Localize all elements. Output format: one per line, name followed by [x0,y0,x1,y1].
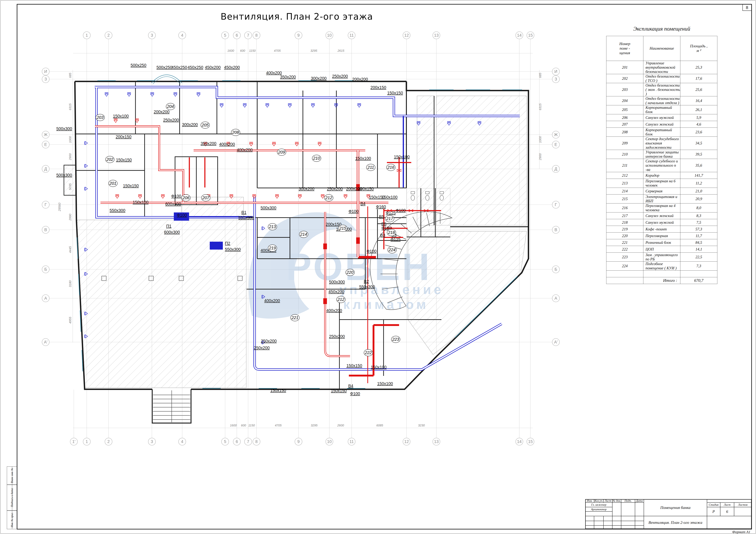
svg-text:685: 685 [68,72,72,78]
svg-text:13: 13 [434,33,439,38]
svg-text:209: 209 [278,150,285,154]
svg-text:11: 11 [349,33,354,38]
room-bubble: 206 [181,195,190,201]
svg-text:450x250: 450x250 [171,65,187,70]
room-bubble: 216 [387,164,395,171]
svg-text:7: 7 [247,33,249,38]
svg-text:150x100: 150x100 [113,114,129,119]
svg-text:150x100: 150x100 [394,155,410,159]
svg-text:150x150: 150x150 [331,388,347,393]
svg-text:Ф160: Ф160 [376,204,386,209]
staircase [153,390,190,422]
svg-text:250x200: 250x200 [261,339,277,343]
svg-text:150x150: 150x150 [270,388,286,393]
svg-text:204: 204 [167,104,174,109]
svg-text:400x200: 400x200 [237,147,253,152]
svg-text:400x200: 400x200 [326,308,342,313]
svg-text:200x150: 200x150 [370,85,386,90]
svg-text:Е: Е [44,142,47,147]
room-bubble: 222 [364,349,373,356]
room-bubble: 204 [166,103,175,110]
svg-text:10: 10 [327,439,332,444]
svg-text:З: З [554,77,557,81]
svg-text:500x300: 500x300 [329,280,345,284]
svg-text:И: И [44,69,47,74]
svg-text:212: 212 [325,196,332,200]
svg-text:150x100: 150x100 [371,365,387,369]
dimensions-bottom: 1600600 11504705 32952600 60853230 [230,424,425,427]
svg-text:9: 9 [297,439,300,444]
room-bubble: 214 [299,231,308,238]
svg-text:150x150: 150x150 [387,91,403,95]
room-bubble: 208 [231,129,240,136]
svg-text:600: 600 [240,49,245,52]
svg-text:Ф100: Ф100 [171,194,181,199]
svg-text:15: 15 [528,439,533,444]
svg-text:150x100: 150x100 [377,381,393,386]
svg-text:202: 202 [106,157,113,162]
svg-text:Е: Е [554,142,557,147]
svg-text:Д: Д [44,167,47,171]
svg-text:12: 12 [404,33,409,38]
svg-text:5: 5 [224,439,226,444]
svg-text:4: 4 [181,439,183,444]
svg-text:203: 203 [96,115,103,120]
svg-text:216: 216 [387,165,394,170]
floor-plan: 12 34 56 78 910 1112 1314 15 1'1 23 45 6… [0,0,756,534]
room-bubble: 215 [338,225,347,232]
svg-text:6315: 6315 [538,103,542,110]
svg-text:В2: В2 [364,279,369,284]
svg-text:Ф100: Ф100 [366,249,377,254]
svg-text:1': 1' [72,439,75,444]
svg-text:250x200: 250x200 [327,187,343,191]
svg-text:Ж: Ж [554,132,558,137]
svg-text:200x150: 200x150 [358,187,374,191]
svg-text:211: 211 [367,165,374,170]
svg-text:210: 210 [313,156,320,161]
svg-text:450x250: 450x250 [187,65,203,70]
room-bubble: 205 [201,122,210,128]
svg-text:1000: 1000 [68,136,72,143]
svg-text:250x200: 250x200 [163,118,179,122]
room-bubble: 210 [312,155,321,162]
svg-text:5: 5 [224,33,226,38]
svg-text:300x200: 300x200 [311,76,327,81]
svg-text:Ф100: Ф100 [350,391,360,396]
svg-text:150x150: 150x150 [346,363,362,368]
svg-text:205: 205 [202,123,209,127]
svg-text:250x200: 250x200 [329,334,345,339]
room-bubble: 207 [202,195,210,201]
svg-text:4705: 4705 [274,49,281,52]
svg-text:А': А' [44,340,47,344]
svg-text:2600: 2600 [337,424,344,427]
svg-text:207: 207 [202,196,209,200]
svg-text:1600: 1600 [228,49,234,52]
room-bubble: 217 [385,215,394,222]
svg-text:8: 8 [255,33,257,38]
room-bubble: 201 [109,180,117,187]
svg-text:550x300: 550x300 [110,208,125,213]
svg-text:200x150: 200x150 [116,135,131,139]
svg-text:14: 14 [517,439,522,444]
svg-text:218: 218 [388,230,395,235]
room-bubble: 212 [337,296,345,303]
svg-text:201: 201 [109,181,116,186]
svg-text:350x200: 350x200 [201,141,216,146]
svg-text:250x200: 250x200 [332,74,348,79]
svg-text:3180: 3180 [68,280,72,287]
svg-text:4: 4 [181,33,183,38]
drawing-sheet: 8 Вентиляция. План 2-ого этажа Формат А1… [0,0,756,534]
svg-text:150x150: 150x150 [123,183,139,188]
svg-text:220: 220 [346,270,353,275]
room-bubble: 220 [346,269,355,276]
dimensions-top: 1600600 11504705 32952615 [228,49,344,52]
svg-text:В5: В5 [379,214,384,219]
svg-text:Д: Д [554,167,557,171]
grid-bubbles-bottom [70,438,534,445]
svg-text:Ф100: Ф100 [177,213,187,218]
svg-text:500x300: 500x300 [260,205,276,210]
svg-text:300x200: 300x200 [299,187,314,191]
svg-text:550x300: 550x300 [238,216,254,220]
dimensions-right: 685 6315 1000 2900 [538,72,542,160]
svg-text:В1: В1 [241,210,246,215]
